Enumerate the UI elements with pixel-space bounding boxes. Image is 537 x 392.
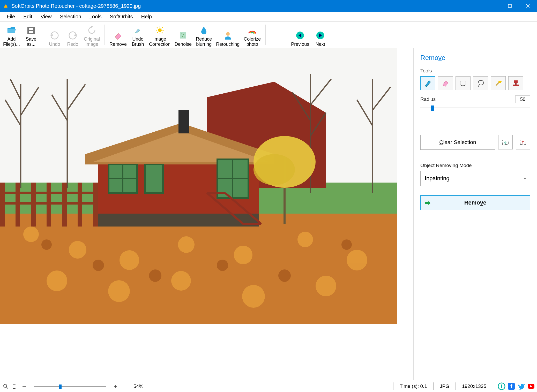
undo-brush-button[interactable]: UndoBrush bbox=[129, 22, 147, 48]
svg-point-44 bbox=[217, 260, 228, 271]
previous-icon bbox=[295, 30, 305, 41]
fit-screen-icon[interactable] bbox=[11, 383, 19, 390]
svg-point-20 bbox=[183, 34, 184, 35]
zoom-tool-icon[interactable] bbox=[2, 383, 9, 390]
svg-point-22 bbox=[184, 36, 185, 37]
svg-point-35 bbox=[347, 250, 367, 270]
maximize-button[interactable] bbox=[501, 0, 519, 12]
mode-label: Object Removing Mode bbox=[420, 163, 530, 168]
menu-softorbits[interactable]: SoftOrbits bbox=[106, 12, 137, 21]
svg-rect-76 bbox=[460, 81, 466, 86]
statusbar: − + 54% Time (s): 0.1 JPG 1920x1335 i f bbox=[0, 380, 537, 392]
svg-rect-62 bbox=[145, 164, 163, 193]
menu-view[interactable]: View bbox=[36, 12, 56, 21]
tool-magic-wand[interactable] bbox=[491, 76, 506, 90]
tool-lasso[interactable] bbox=[473, 76, 488, 90]
app-icon bbox=[3, 3, 8, 9]
retouching-button[interactable]: Retouching bbox=[214, 22, 242, 48]
load-mask-button[interactable] bbox=[498, 135, 513, 149]
svg-point-42 bbox=[93, 260, 104, 271]
original-image-button[interactable]: OriginalImage bbox=[82, 22, 102, 48]
svg-point-30 bbox=[69, 241, 86, 259]
mode-select[interactable]: Inpainting▾ bbox=[420, 171, 530, 186]
svg-point-45 bbox=[278, 269, 291, 282]
tool-marker[interactable] bbox=[420, 76, 435, 90]
radius-value[interactable]: 50 bbox=[515, 95, 530, 103]
svg-rect-50 bbox=[0, 183, 5, 227]
next-icon bbox=[316, 30, 325, 41]
svg-point-21 bbox=[182, 36, 183, 37]
svg-point-38 bbox=[171, 271, 191, 291]
svg-rect-6 bbox=[29, 31, 33, 33]
tool-stamp[interactable] bbox=[508, 76, 523, 90]
svg-text:i: i bbox=[501, 384, 502, 389]
facebook-icon[interactable]: f bbox=[508, 382, 515, 390]
clear-selection-button[interactable]: Clear Selection bbox=[420, 135, 495, 150]
svg-point-23 bbox=[226, 32, 230, 36]
image-correction-button[interactable]: ImageCorrection bbox=[147, 22, 173, 48]
colorize-button[interactable]: Colorizephoto bbox=[242, 22, 263, 48]
undo-button[interactable]: Undo bbox=[46, 22, 64, 48]
next-button[interactable]: Next bbox=[311, 22, 329, 48]
undo-icon bbox=[50, 30, 59, 41]
svg-rect-56 bbox=[93, 183, 98, 227]
menu-tools[interactable]: Tools bbox=[85, 12, 106, 21]
image-preview bbox=[0, 48, 397, 324]
save-as-button[interactable]: Saveas... bbox=[22, 22, 40, 48]
svg-line-16 bbox=[162, 27, 163, 28]
window-title: SoftOrbits Photo Retoucher - cottage-297… bbox=[11, 3, 483, 9]
save-mask-button[interactable] bbox=[516, 135, 530, 149]
zoom-out-button[interactable]: − bbox=[21, 383, 28, 390]
add-files-button[interactable]: AddFile(s)... bbox=[1, 22, 22, 48]
remove-tool-button[interactable]: Remove bbox=[107, 22, 129, 48]
svg-rect-5 bbox=[29, 28, 33, 30]
previous-button[interactable]: Previous bbox=[289, 22, 311, 48]
menu-selection[interactable]: Selection bbox=[56, 12, 85, 21]
titlebar: SoftOrbits Photo Retoucher - cottage-297… bbox=[0, 0, 537, 12]
radius-label: Radius bbox=[420, 96, 436, 102]
remove-button[interactable]: ➡ Remove bbox=[420, 195, 530, 210]
info-icon[interactable]: i bbox=[498, 382, 505, 390]
tool-eraser[interactable] bbox=[438, 76, 453, 90]
droplet-icon bbox=[199, 25, 208, 36]
menu-help[interactable]: Help bbox=[137, 12, 156, 21]
eraser-icon bbox=[114, 30, 123, 41]
svg-point-37 bbox=[108, 280, 130, 302]
svg-line-14 bbox=[157, 27, 158, 28]
zoom-in-button[interactable]: + bbox=[112, 383, 119, 390]
svg-rect-81 bbox=[513, 85, 519, 86]
tool-rect-select[interactable] bbox=[456, 76, 471, 90]
close-button[interactable] bbox=[519, 0, 537, 12]
denoise-button[interactable]: Denoise bbox=[173, 22, 194, 48]
side-panel: Remove Tools Radius 50 Clear Selection bbox=[413, 48, 537, 380]
svg-point-41 bbox=[41, 239, 52, 250]
menu-file[interactable]: File bbox=[3, 12, 19, 21]
svg-line-17 bbox=[157, 32, 158, 33]
save-icon bbox=[26, 25, 36, 36]
radius-slider[interactable] bbox=[420, 105, 530, 111]
svg-line-15 bbox=[162, 32, 163, 33]
svg-rect-54 bbox=[62, 183, 67, 227]
reduce-blurring-button[interactable]: Reduceblurring bbox=[194, 22, 214, 48]
svg-point-84 bbox=[4, 384, 7, 387]
arrow-right-icon: ➡ bbox=[424, 199, 430, 207]
svg-text:f: f bbox=[510, 383, 512, 390]
chevron-down-icon: ▾ bbox=[524, 176, 526, 180]
minimize-button[interactable] bbox=[483, 0, 501, 12]
twitter-icon[interactable] bbox=[517, 382, 525, 390]
svg-rect-51 bbox=[16, 183, 20, 227]
svg-point-36 bbox=[47, 270, 67, 291]
svg-point-75 bbox=[253, 154, 295, 185]
youtube-icon[interactable] bbox=[527, 382, 535, 390]
redo-button[interactable]: Redo bbox=[64, 22, 82, 48]
svg-rect-79 bbox=[514, 80, 518, 83]
zoom-slider[interactable] bbox=[34, 383, 106, 389]
canvas-area[interactable] bbox=[0, 48, 413, 380]
svg-rect-53 bbox=[47, 183, 51, 227]
tools-label: Tools bbox=[420, 68, 530, 74]
menu-edit[interactable]: Edit bbox=[19, 12, 36, 21]
svg-point-19 bbox=[181, 33, 182, 34]
revert-icon bbox=[87, 25, 96, 36]
denoise-icon bbox=[178, 30, 188, 41]
brush-icon bbox=[133, 25, 143, 36]
